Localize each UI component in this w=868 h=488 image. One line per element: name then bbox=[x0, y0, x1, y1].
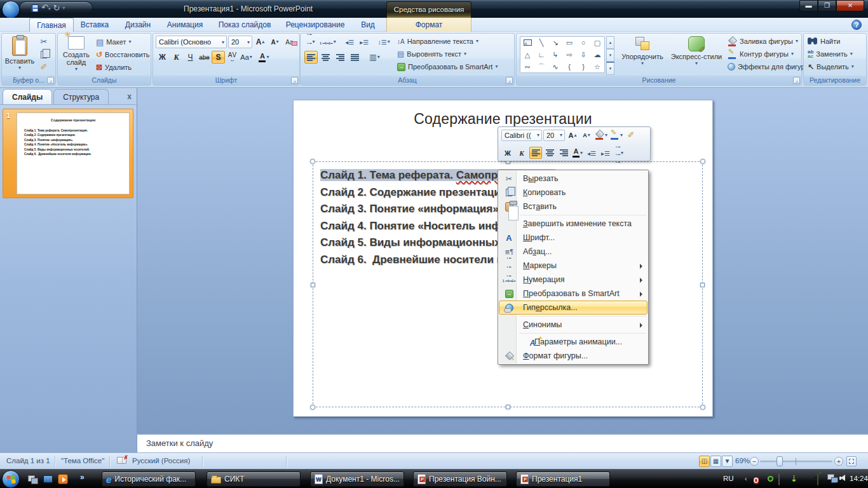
zoom-in-button[interactable]: + bbox=[834, 457, 843, 466]
select-button[interactable]: Выделить▾ bbox=[808, 60, 854, 73]
columns-button[interactable]: ▾ bbox=[368, 51, 381, 64]
bullets-button[interactable]: ▾ bbox=[304, 36, 318, 48]
text-direction-button[interactable]: Направление текста▾ bbox=[397, 35, 498, 48]
handle-bottom-center[interactable] bbox=[506, 405, 510, 409]
zoom-level[interactable]: 69% bbox=[735, 457, 750, 464]
mini-italic-button[interactable]: К bbox=[515, 147, 528, 159]
clock[interactable]: 14:24 bbox=[850, 475, 868, 482]
language-bar[interactable]: RU bbox=[723, 475, 734, 482]
mini-align-center-button[interactable] bbox=[543, 147, 556, 159]
arc-shape-icon[interactable]: ⌒ bbox=[538, 63, 545, 71]
scribble-shape-icon[interactable]: ∾ bbox=[524, 63, 530, 71]
menu-item-synonyms[interactable]: Синонимы bbox=[499, 318, 648, 332]
increase-indent-button[interactable] bbox=[358, 36, 371, 48]
reset-slide-button[interactable]: ↺Восстановить bbox=[96, 48, 150, 61]
slide-thumbnail-selected[interactable]: 1 Содержание презентации Слайд 1. Тема р… bbox=[3, 109, 133, 198]
underline-button[interactable]: Ч bbox=[184, 51, 197, 64]
zoom-out-button[interactable]: − bbox=[750, 457, 759, 466]
shrink-font-button[interactable]: А▾ bbox=[268, 36, 281, 48]
menu-item-convert-smartart[interactable]: Преобразовать в SmartArt bbox=[499, 287, 648, 301]
line-spacing-button[interactable]: ▾ bbox=[377, 36, 391, 48]
paste-button[interactable]: Вставить ▾ bbox=[4, 34, 35, 70]
decrease-indent-button[interactable] bbox=[343, 36, 356, 48]
right-arrow-shape-icon[interactable]: ⇨ bbox=[566, 51, 572, 58]
font-color-button[interactable]: А▾ bbox=[257, 51, 271, 64]
quick-launch-show-desktop[interactable] bbox=[42, 473, 53, 485]
taskbar-button-ppt-1[interactable]: Презентация1 bbox=[516, 471, 610, 487]
tab-slideshow[interactable]: Показ слайдов bbox=[210, 18, 280, 32]
tab-review[interactable]: Рецензирование bbox=[280, 18, 351, 32]
right-brace-shape-icon[interactable]: } bbox=[582, 63, 585, 71]
mini-align-left-button[interactable] bbox=[529, 147, 542, 159]
elbow-connector-icon[interactable]: ∟ bbox=[538, 51, 545, 58]
mini-shape-fill-button[interactable]: ▾ bbox=[594, 129, 608, 141]
gallery-scroll-down[interactable]: ▼ bbox=[606, 49, 614, 62]
menu-item-animation-settings[interactable]: АПараметры анимации... bbox=[499, 335, 648, 349]
align-text-button[interactable]: Выровнять текст▾ bbox=[397, 48, 498, 60]
mini-grow-font-button[interactable]: А▴ bbox=[566, 129, 579, 141]
tab-insert[interactable]: Вставка bbox=[74, 18, 116, 32]
shape-outline-button[interactable]: Контур фигуры▾ bbox=[728, 48, 810, 60]
clipboard-dialog-launcher[interactable]: ⌟ bbox=[47, 77, 54, 84]
minimize-button[interactable]: ▬ bbox=[799, 0, 818, 11]
quick-launch-overflow[interactable]: » bbox=[80, 473, 85, 482]
redo-icon[interactable]: ↻ bbox=[53, 3, 60, 14]
menu-item-font[interactable]: АШрифт... bbox=[499, 231, 648, 245]
handle-middle-right[interactable] bbox=[700, 283, 705, 287]
undo-icon[interactable]: ↶▾ bbox=[41, 2, 50, 15]
taskbar-button-word[interactable]: WДокумент1 - Micros... bbox=[310, 471, 404, 487]
slide-sorter-button[interactable]: ▦ bbox=[710, 456, 721, 467]
panel-close-button[interactable]: x bbox=[127, 93, 132, 100]
arrow-shape-icon[interactable]: ↘ bbox=[552, 39, 558, 46]
character-spacing-button[interactable]: АV bbox=[226, 51, 239, 64]
cut-button[interactable]: ✂ bbox=[37, 36, 50, 48]
qat-customize-icon[interactable]: ▿ bbox=[62, 3, 65, 14]
mini-format-painter-button[interactable]: ✐ bbox=[625, 129, 637, 141]
align-left-button[interactable] bbox=[304, 51, 318, 64]
menu-item-copy[interactable]: Копировать bbox=[499, 186, 648, 200]
down-arrow-shape-icon[interactable]: ⇩ bbox=[580, 51, 586, 58]
rounded-rect-shape-icon[interactable]: ▢ bbox=[594, 39, 600, 46]
tray-chevron-icon[interactable]: ‹ bbox=[745, 475, 747, 482]
start-button[interactable] bbox=[2, 470, 20, 488]
quick-launch-switch-windows[interactable] bbox=[27, 473, 38, 485]
tab-slides-thumbnails[interactable]: Слайды bbox=[3, 89, 52, 104]
strikethrough-button[interactable]: abe bbox=[198, 51, 211, 64]
change-case-button[interactable]: Аа▾ bbox=[240, 51, 253, 64]
gallery-more-button[interactable]: ▼ bbox=[606, 62, 614, 75]
mini-font-color-button[interactable]: А▾ bbox=[571, 147, 584, 159]
convert-smartart-button[interactable]: Преобразовать в SmartArt▾ bbox=[397, 60, 498, 73]
mini-bullets-button[interactable]: ▾ bbox=[613, 147, 626, 159]
line-shape-icon[interactable]: ╲ bbox=[539, 39, 544, 46]
oval-shape-icon[interactable]: ○ bbox=[581, 39, 586, 46]
rectangle-shape-icon[interactable]: ▭ bbox=[566, 39, 573, 46]
align-right-button[interactable] bbox=[334, 51, 347, 64]
align-center-button[interactable] bbox=[319, 51, 332, 64]
italic-button[interactable]: К bbox=[170, 51, 183, 64]
handle-middle-left[interactable] bbox=[311, 283, 315, 287]
drawing-dialog-launcher[interactable]: ⌟ bbox=[793, 77, 800, 84]
justify-button[interactable] bbox=[348, 51, 362, 64]
fit-window-button[interactable] bbox=[846, 456, 857, 466]
mini-bold-button[interactable]: Ж bbox=[501, 147, 514, 159]
text-shadow-button[interactable]: S bbox=[212, 51, 225, 64]
triangle-shape-icon[interactable]: △ bbox=[525, 51, 530, 58]
save-icon[interactable] bbox=[31, 4, 39, 12]
new-slide-button[interactable]: Создать слайд ▾ bbox=[59, 34, 93, 71]
mini-font-size-combo[interactable]: 20▾ bbox=[543, 130, 565, 141]
copy-button[interactable] bbox=[37, 48, 50, 60]
taskbar-button-ppt-2[interactable]: Презентация Войн... bbox=[413, 471, 507, 487]
mini-increase-indent-button[interactable] bbox=[599, 147, 612, 159]
display-icon[interactable] bbox=[778, 474, 780, 485]
curve-shape-icon[interactable]: ∿ bbox=[552, 63, 558, 71]
find-button[interactable]: Найти bbox=[808, 35, 854, 48]
spellcheck-icon[interactable] bbox=[117, 457, 126, 464]
tab-outline[interactable]: Структура bbox=[53, 89, 109, 104]
menu-item-bullets[interactable]: Маркеры bbox=[499, 259, 648, 273]
office-button[interactable] bbox=[2, 1, 20, 18]
mini-align-right-button[interactable] bbox=[557, 147, 570, 159]
format-painter-button[interactable]: ✐ bbox=[37, 61, 50, 73]
shapes-gallery[interactable]: A ╲ ↘ ▭ ○ ▢ △ ∟ ↳ ⇨ ⇩ ☁ ∾ ⌒ ∿ { } ☆ bbox=[520, 36, 605, 73]
shape-fill-button[interactable]: Заливка фигуры▾ bbox=[728, 35, 810, 48]
menu-item-cut[interactable]: ✂Вырезать bbox=[499, 172, 648, 186]
